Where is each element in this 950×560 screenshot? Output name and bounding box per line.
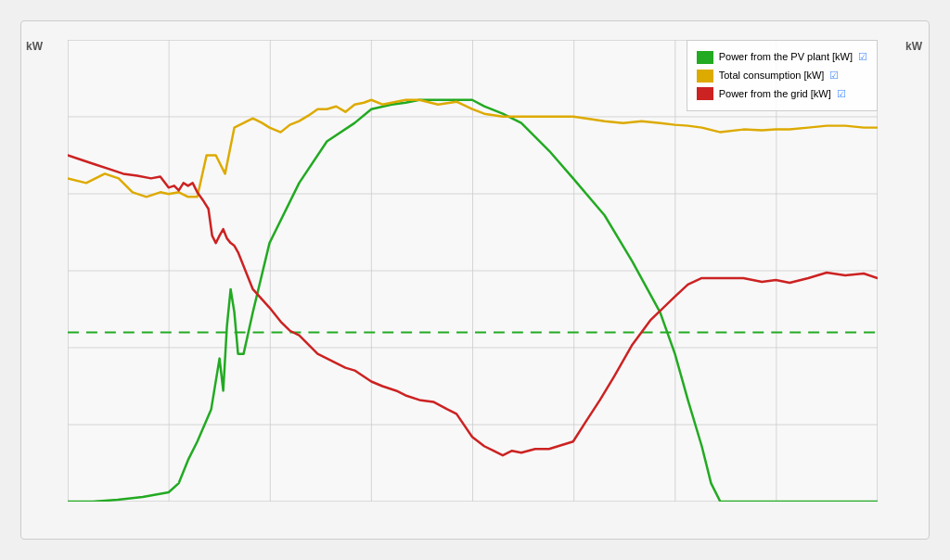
legend-color-grid bbox=[697, 87, 713, 100]
y-axis-left-label: kW bbox=[26, 40, 43, 53]
legend-label-grid: Power from the grid [kW] bbox=[719, 85, 831, 104]
legend-label-pv: Power from the PV plant [kW] bbox=[719, 48, 853, 67]
legend-color-pv bbox=[697, 51, 713, 64]
legend-item-consumption: Total consumption [kW] ☑ bbox=[697, 67, 867, 85]
chart-area: kW kW bbox=[68, 40, 878, 502]
y-axis-right-label: kW bbox=[905, 40, 922, 53]
legend-label-consumption: Total consumption [kW] bbox=[719, 67, 825, 85]
legend-item-pv: Power from the PV plant [kW] ☑ bbox=[697, 48, 867, 67]
chart-legend: Power from the PV plant [kW] ☑ Total con… bbox=[687, 40, 878, 111]
chart-container: kW kW bbox=[20, 20, 930, 540]
legend-item-grid: Power from the grid [kW] ☑ bbox=[697, 85, 867, 104]
legend-check-grid[interactable]: ☑ bbox=[837, 85, 846, 104]
legend-check-consumption[interactable]: ☑ bbox=[829, 67, 839, 85]
legend-check-pv[interactable]: ☑ bbox=[858, 48, 867, 67]
legend-color-consumption bbox=[697, 70, 713, 83]
